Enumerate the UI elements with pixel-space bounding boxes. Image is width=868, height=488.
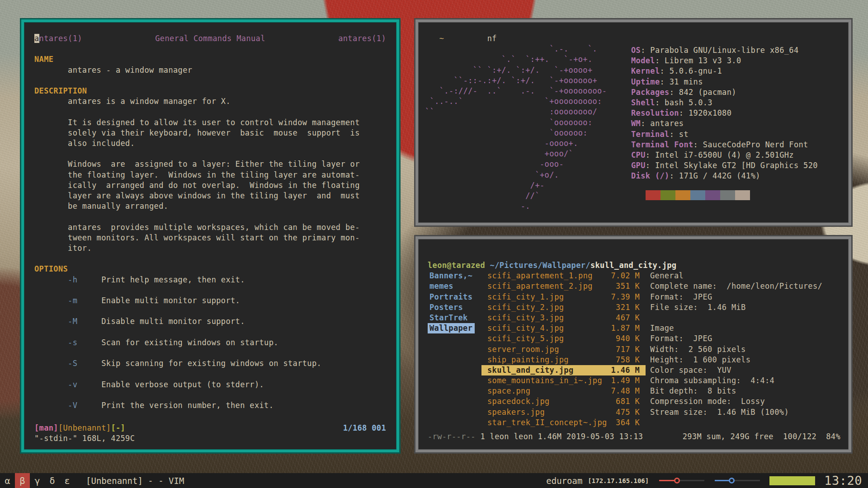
file-row: Banners,~scifi_apartement_1.png7.02 MGen… [428, 271, 848, 281]
neofetch-info-label: WM [631, 119, 641, 128]
workspace-α[interactable]: α [0, 473, 15, 488]
directory-item[interactable]: Wallpaper [428, 323, 475, 333]
man-text-line: tween monitors. All workspaces will star… [34, 233, 386, 243]
man-text-line: antares is a window manager for X. [34, 96, 386, 107]
neofetch-terminal-content[interactable]: ~ nf `.-. `. `.` `:++. `-+o+. `` `:+/. `… [418, 22, 849, 223]
vim-status-area: [man][Unbenannt][-] 1/168 001 "-stdin-" … [34, 423, 386, 444]
file-size: 1.49 M [611, 375, 640, 386]
directory-item[interactable]: memes [428, 281, 475, 291]
man-option-indent [34, 401, 68, 410]
bar-slider-1[interactable] [659, 473, 704, 488]
file-item[interactable]: space.png7.48 M [481, 386, 646, 396]
vim-buffer-info: [man][Unbenannt][-] [34, 423, 125, 433]
workspace-ε[interactable]: ε [60, 473, 75, 488]
directory-item[interactable]: Posters [428, 302, 475, 313]
man-option-flag: -V [68, 401, 77, 410]
neofetch-info-value: : antares [641, 119, 684, 128]
directory-item[interactable]: StarTrek [428, 313, 475, 323]
palette-swatch [631, 190, 646, 200]
file-name: server_room.jpg [487, 344, 559, 355]
vim-ruler: 1/168 001 [343, 423, 386, 433]
man-text-line: Windows are assigned to a layer: Either … [34, 159, 386, 169]
file-item[interactable]: scifi_city_1.jpg7.39 M [481, 292, 646, 302]
file-item[interactable]: server_room.jpg717 K [481, 344, 646, 355]
status-bar: αβγδε [Unbenannt] - - VIM eduroam [172.1… [0, 473, 868, 488]
file-item[interactable]: scifi_apartement_1.png7.02 M [481, 271, 646, 281]
neofetch-info-value: : bash 5.0.3 [655, 98, 712, 107]
current-path: ~/Pictures/Wallpaper/ [485, 261, 590, 270]
neofetch-info-label: GPU [631, 161, 646, 170]
neofetch-info-line: OS: Parabola GNU/Linux-libre x86_64 [631, 45, 818, 56]
file-item[interactable]: skull_and_city.jpg1.46 M [481, 365, 646, 375]
file-row: Wallpaperscifi_city_4.jpg1.87 MImage [428, 323, 848, 333]
clock: 13:20 [824, 474, 862, 488]
man-page-text: NAME antares - a window manager DESCRIPT… [34, 44, 386, 411]
file-size: 351 K [616, 281, 640, 291]
directory-column-empty [428, 418, 475, 428]
file-item[interactable]: scifi_city_3.jpg467 K [481, 313, 646, 323]
file-size: 681 K [616, 396, 640, 407]
man-option-flag: -h [68, 275, 77, 284]
directory-item[interactable]: Banners,~ [428, 271, 475, 281]
file-size: 717 K [616, 344, 640, 355]
man-text-line: It is designed to allow its user to cont… [34, 117, 386, 128]
slider-knob[interactable] [729, 478, 735, 483]
bar-slider-2[interactable] [715, 473, 760, 488]
man-option-desc: Print help message, then exit. [77, 275, 245, 284]
file-row: speakers.jpg475 KStream size: 1.46 MiB (… [428, 407, 848, 418]
file-name: some_mountains_in_i~.jpg [487, 375, 602, 386]
mediainfo-line: Format: JPEG [650, 333, 712, 344]
directory-column-empty [428, 355, 475, 365]
man-terminal-content[interactable]: antares(1) General Commands Manual antar… [24, 22, 396, 450]
directory-column-empty [428, 407, 475, 418]
neofetch-info-line: Terminal: st [631, 129, 818, 140]
neofetch-info-line: GPU: Intel Skylake GT2 [HD Graphics 520 [631, 160, 818, 171]
file-browser-panes: Banners,~scifi_apartement_1.png7.02 MGen… [428, 271, 848, 428]
neofetch-info-line: Kernel: 5.0.6-gnu-1 [631, 66, 818, 76]
neofetch-info-line: WM: antares [631, 118, 818, 129]
directory-column-empty [428, 333, 475, 344]
prompt-tilde: ~ [439, 34, 444, 43]
workspace-γ[interactable]: γ [30, 473, 45, 488]
palette-swatch [675, 190, 690, 200]
man-option-line: -h Print help message, then exit. [34, 275, 386, 285]
file-item[interactable]: scifi_city_2.jpg321 K [481, 302, 646, 313]
file-row: star_trek_II_concept~.jpg364 K [428, 418, 848, 428]
file-row: space.png7.48 MBit depth: 8 bits [428, 386, 848, 396]
file-item[interactable]: speakers.jpg475 K [481, 407, 646, 418]
file-item[interactable]: spacedock.jpg681 K [481, 396, 646, 407]
workspace-β[interactable]: β [15, 473, 30, 488]
palette-swatch [646, 190, 660, 200]
file-manager-content[interactable]: leon@tarazed ~/Pictures/Wallpaper/skull_… [418, 239, 849, 450]
neofetch-info-label: Terminal Font [631, 140, 693, 149]
file-item[interactable]: scifi_city_5.jpg940 K [481, 333, 646, 344]
file-manager-window[interactable]: leon@tarazed ~/Pictures/Wallpaper/skull_… [414, 235, 853, 454]
neofetch-info-line: Shell: bash 5.0.3 [631, 98, 818, 108]
neofetch-info-value: : 5.0.6-gnu-1 [660, 66, 722, 75]
man-option-desc: Disable multi monitor support. [77, 317, 245, 326]
man-page-window[interactable]: antares(1) General Commands Manual antar… [20, 18, 401, 454]
neofetch-info-line: Terminal Font: SauceCodePro Nerd Font [631, 140, 818, 150]
file-row: skull_and_city.jpg1.46 MColor space: YUV [428, 365, 848, 375]
man-text-line: ically arranged and do not overlap. Wind… [34, 180, 386, 191]
man-option-desc: Scan for existing windows on startup. [77, 338, 278, 347]
file-item[interactable]: ship_painting.jpg758 K [481, 355, 646, 365]
neofetch-window[interactable]: ~ nf `.-. `. `.` `:++. `-+o+. `` `:+/. `… [414, 18, 853, 227]
file-item[interactable]: some_mountains_in_i~.jpg1.49 M [481, 375, 646, 386]
neofetch-info-label: Resolution [631, 108, 679, 117]
file-item[interactable]: scifi_city_4.jpg1.87 M [481, 323, 646, 333]
neofetch-info-value: : 31 mins [660, 77, 703, 86]
workspace-δ[interactable]: δ [45, 473, 60, 488]
man-blank-line [34, 107, 386, 117]
mediainfo-line: Color space: YUV [650, 365, 731, 375]
file-item[interactable]: star_trek_II_concept~.jpg364 K [481, 418, 646, 428]
focused-window-title: [Unbenannt] - - VIM [86, 476, 184, 486]
file-name: scifi_city_4.jpg [487, 323, 564, 333]
man-option-indent [34, 380, 68, 389]
directory-item[interactable]: Portraits [428, 292, 475, 302]
man-option-line: -s Scan for existing windows on startup. [34, 338, 386, 348]
file-item[interactable]: scifi_apartement_2.jpg351 K [481, 281, 646, 291]
slider-knob[interactable] [674, 478, 680, 483]
file-row: some_mountains_in_i~.jpg1.49 MChroma sub… [428, 375, 848, 386]
man-option-line: -V Print the version number, then exit. [34, 400, 386, 411]
